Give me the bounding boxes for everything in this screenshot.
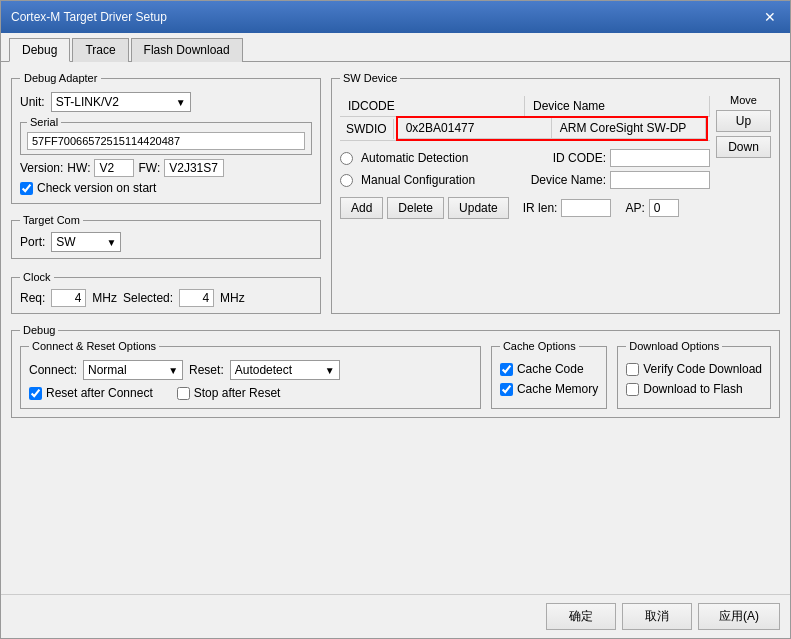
connect-row: Connect: Normal ▼ Reset: Autodetect ▼ — [29, 360, 472, 380]
tab-flash-download[interactable]: Flash Download — [131, 38, 243, 62]
add-button[interactable]: Add — [340, 197, 383, 219]
target-com-group: Target Com Port: SW ▼ — [11, 214, 321, 259]
debug-adapter-legend: Debug Adapter — [20, 72, 101, 84]
table-header: IDCODE Device Name — [340, 96, 710, 117]
dialog-content: Debug Adapter Unit: ST-LINK/V2 ▼ Serial … — [1, 62, 790, 594]
debug-adapter-group: Debug Adapter Unit: ST-LINK/V2 ▼ Serial … — [11, 72, 321, 204]
bottom-inner: Connect & Reset Options Connect: Normal … — [20, 340, 771, 409]
download-to-flash-row: Download to Flash — [626, 382, 762, 396]
verify-code-row: Verify Code Download — [626, 362, 762, 376]
serial-value: 57FF70066572515114420487 — [27, 132, 305, 150]
table-row[interactable]: 0x2BA01477 ARM CoreSight SW-DP — [398, 118, 706, 139]
ir-len-label: IR len: — [523, 201, 558, 215]
debug-bottom-group: Debug Connect & Reset Options Connect: N… — [11, 324, 780, 418]
cache-memory-label: Cache Memory — [517, 382, 598, 396]
dialog-footer: 确定 取消 应用(A) — [1, 594, 790, 638]
unit-select-arrow: ▼ — [176, 97, 186, 108]
connect-reset-group: Connect & Reset Options Connect: Normal … — [20, 340, 481, 409]
port-select-arrow: ▼ — [106, 237, 116, 248]
connect-select-arrow: ▼ — [168, 365, 178, 376]
device-name-input[interactable] — [610, 171, 710, 189]
version-label: Version: — [20, 161, 63, 175]
apply-button[interactable]: 应用(A) — [698, 603, 780, 630]
port-select[interactable]: SW ▼ — [51, 232, 121, 252]
verify-code-label: Verify Code Download — [643, 362, 762, 376]
ok-button[interactable]: 确定 — [546, 603, 616, 630]
download-to-flash-checkbox[interactable] — [626, 383, 639, 396]
cache-code-row: Cache Code — [500, 362, 598, 376]
port-row: Port: SW ▼ — [20, 232, 312, 252]
title-bar: Cortex-M Target Driver Setup ✕ — [1, 1, 790, 33]
automatic-detection-row: Automatic Detection ID CODE: — [340, 149, 710, 167]
automatic-detection-radio[interactable] — [340, 152, 353, 165]
check-version-checkbox[interactable] — [20, 182, 33, 195]
cache-options-legend: Cache Options — [500, 340, 579, 352]
fw-value-input[interactable] — [164, 159, 224, 177]
update-button[interactable]: Update — [448, 197, 509, 219]
connect-reset-legend: Connect & Reset Options — [29, 340, 159, 352]
stop-after-reset-label: Stop after Reset — [194, 386, 281, 400]
delete-button[interactable]: Delete — [387, 197, 444, 219]
main-dialog: Cortex-M Target Driver Setup ✕ Debug Tra… — [0, 0, 791, 639]
swdio-label-row: SWDIO 0x2BA01477 ARM CoreSight SW-DP — [340, 117, 710, 141]
serial-legend: Serial — [27, 116, 61, 128]
ir-len-input[interactable] — [561, 199, 611, 217]
ap-input[interactable] — [649, 199, 679, 217]
cache-code-label: Cache Code — [517, 362, 584, 376]
sw-move-buttons: Move Up Down — [716, 90, 771, 219]
check-version-label: Check version on start — [37, 181, 156, 195]
cache-code-checkbox[interactable] — [500, 363, 513, 376]
check-version-row: Check version on start — [20, 181, 312, 195]
down-button[interactable]: Down — [716, 136, 771, 158]
debug-bottom-legend: Debug — [20, 324, 58, 336]
reset-select[interactable]: Autodetect ▼ — [230, 360, 340, 380]
verify-code-checkbox[interactable] — [626, 363, 639, 376]
hw-label: HW: — [67, 161, 90, 175]
swdio-data-row: 0x2BA01477 ARM CoreSight SW-DP — [394, 117, 710, 140]
hw-value-input[interactable] — [94, 159, 134, 177]
top-section: Debug Adapter Unit: ST-LINK/V2 ▼ Serial … — [11, 72, 780, 314]
table-cell-idcode: 0x2BA01477 — [398, 118, 552, 138]
swdio-row: IDCODE Device Name SWDIO 0x2BA01477 — [340, 96, 710, 141]
swdio-table-container: IDCODE Device Name SWDIO 0x2BA01477 — [340, 96, 710, 141]
close-button[interactable]: ✕ — [760, 7, 780, 27]
reset-select-arrow: ▼ — [325, 365, 335, 376]
add-delete-row: Add Delete Update IR len: AP: — [340, 197, 710, 219]
manual-detection-radio[interactable] — [340, 174, 353, 187]
unit-select[interactable]: ST-LINK/V2 ▼ — [51, 92, 191, 112]
unit-row: Unit: ST-LINK/V2 ▼ — [20, 92, 312, 112]
tab-trace[interactable]: Trace — [72, 38, 128, 62]
connect-label: Connect: — [29, 363, 77, 377]
req-label: Req: — [20, 291, 45, 305]
reset-after-connect-checkbox[interactable] — [29, 387, 42, 400]
tab-bar: Debug Trace Flash Download — [1, 33, 790, 62]
up-button[interactable]: Up — [716, 110, 771, 132]
selected-label: Selected: — [123, 291, 173, 305]
detection-area: Automatic Detection ID CODE: Manual Conf… — [340, 149, 710, 219]
mhz-label2: MHz — [220, 291, 245, 305]
port-label: Port: — [20, 235, 45, 249]
reset-value: Autodetect — [235, 363, 292, 377]
cancel-button[interactable]: 取消 — [622, 603, 692, 630]
id-code-input[interactable] — [610, 149, 710, 167]
reset-label: Reset: — [189, 363, 224, 377]
req-value-input[interactable] — [51, 289, 86, 307]
download-options-group: Download Options Verify Code Download Do… — [617, 340, 771, 409]
sw-device-top: IDCODE Device Name SWDIO 0x2BA01477 — [340, 90, 771, 219]
clock-group: Clock Req: MHz Selected: MHz — [11, 271, 321, 314]
tab-debug[interactable]: Debug — [9, 38, 70, 62]
selected-value-input[interactable] — [179, 289, 214, 307]
manual-detection-row: Manual Configuration Device Name: — [340, 171, 710, 189]
connect-select[interactable]: Normal ▼ — [83, 360, 183, 380]
debug-adapter-section: Debug Adapter Unit: ST-LINK/V2 ▼ Serial … — [11, 72, 321, 314]
id-code-label: ID CODE: — [553, 151, 606, 165]
cache-memory-checkbox[interactable] — [500, 383, 513, 396]
cache-options-group: Cache Options Cache Code Cache Memory — [491, 340, 607, 409]
version-row: Version: HW: FW: — [20, 159, 312, 177]
cache-memory-row: Cache Memory — [500, 382, 598, 396]
device-name-label: Device Name: — [531, 173, 606, 187]
automatic-detection-label: Automatic Detection — [361, 151, 468, 165]
reset-after-connect-label: Reset after Connect — [46, 386, 153, 400]
sw-device-group: SW Device IDCODE Device Name — [331, 72, 780, 314]
stop-after-reset-checkbox[interactable] — [177, 387, 190, 400]
